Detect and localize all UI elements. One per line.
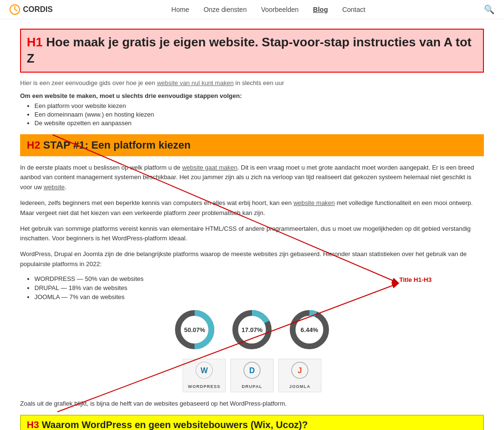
h3-heading: H3 Waarom WordPress en geen websitebouwe… (27, 419, 477, 430)
link-website[interactable]: website (44, 183, 65, 191)
intro-link[interactable]: website van nul kunt maken (157, 79, 233, 86)
body-para-3: Het gebruik van sommige platforms vereis… (20, 224, 484, 244)
bold-intro: Om een website te maken, moet u slechts … (20, 92, 484, 99)
donut-wp: 50.07% (173, 308, 216, 351)
svg-text:J: J (298, 366, 302, 375)
h1-text: Hoe maak je gratis je eigen website. Sta… (27, 35, 471, 65)
list-item: Een platform voor website kiezen (34, 102, 484, 109)
h3-block: H3 Waarom WordPress en geen websitebouwe… (20, 415, 484, 430)
list-item: Een domeinnaam (www.) en hosting kiezen (34, 111, 484, 118)
body-para-4: WordPress, Drupal en Joomla zijn de drie… (20, 249, 484, 269)
link-website-gaat-maken[interactable]: website gaat maken (182, 164, 238, 171)
logo-box-drupal: D DRUPAL (230, 359, 274, 392)
search-button[interactable]: 🔍 (484, 4, 494, 15)
nav-home[interactable]: Home (171, 6, 189, 13)
wordpress-logo-label: WORDPRESS (188, 384, 220, 389)
stats-item-joomla: JOOMLA — 7% van de websites (34, 293, 484, 301)
nav-blog[interactable]: Blog (313, 6, 328, 13)
stats-list: WORDPRESS — 50% van de websites DRUPAL —… (20, 275, 484, 301)
list-item: De website opzetten en aanpassen (34, 119, 484, 127)
nav-voorbeelden[interactable]: Voorbeelden (261, 6, 299, 13)
chart-drupal: 17.07% (230, 308, 274, 351)
h2-heading: H2 STAP #1: Een platform kiezen (27, 139, 477, 151)
stats-item-wp: WORDPRESS — 50% van de websites (34, 275, 484, 282)
steps-list: Een platform voor website kiezen Een dom… (20, 102, 484, 127)
body-para-1: In de eerste plaats moet u beslissen op … (20, 163, 484, 193)
donut-joomla-label: 6.44% (301, 326, 318, 333)
h2-label: H2 (27, 139, 40, 151)
h1-heading: H1 Hoe maak je gratis je eigen website. … (27, 34, 477, 67)
joomla-logo-label: JOOMLA (289, 384, 311, 389)
nav-diensten[interactable]: Onze diensten (204, 6, 247, 13)
logo-text: CORDIS (23, 5, 53, 14)
site-header: CORDIS Home Onze diensten Voorbeelden Bl… (0, 0, 504, 19)
intro-text: Hier is een zeer eenvoudige gids over ho… (20, 79, 484, 86)
h3-label: H3 (27, 419, 39, 430)
chart-wordpress: 50.07% (173, 308, 216, 351)
wordpress-icon: W (196, 362, 213, 382)
nav-contact[interactable]: Contact (342, 6, 365, 13)
charts-row: 50.07% 17.07% (20, 308, 484, 351)
drupal-logo-label: DRUPAL (242, 384, 263, 389)
donut-joomla: 6.44% (288, 308, 331, 351)
h2-block: H2 STAP #1: Een platform kiezen (20, 134, 484, 156)
donut-drupal: 17.07% (230, 308, 274, 351)
svg-text:D: D (249, 366, 255, 375)
logo-box-joomla: J JOOMLA (278, 359, 321, 392)
logo-icon (10, 4, 20, 15)
h1-block: H1 Hoe maak je gratis je eigen website. … (20, 29, 484, 73)
h2-text: STAP #1: Een platform kiezen (40, 139, 191, 151)
logo[interactable]: CORDIS (10, 4, 53, 15)
donut-drupal-label: 17.07% (241, 326, 263, 333)
joomla-icon: J (291, 362, 308, 382)
body-para-2: Iedereen, zelfs beginners met een beperk… (20, 198, 484, 218)
drupal-icon: D (243, 362, 261, 382)
svg-text:W: W (200, 366, 208, 375)
main-content: H1 Hoe maak je gratis je eigen website. … (11, 19, 493, 430)
main-nav: Home Onze diensten Voorbeelden Blog Cont… (171, 6, 365, 13)
stats-item-drupal: DRUPAL — 18% van de websites (34, 284, 484, 291)
h1-label: H1 (27, 35, 43, 49)
chart-joomla: 6.44% (288, 308, 331, 351)
logo-box-wordpress: W WORDPRESS (183, 359, 226, 392)
logos-row: W WORDPRESS D DRUPAL J (20, 359, 484, 392)
footer-para: Zoals uit de grafiek blijkt, is bijna de… (20, 399, 484, 409)
page-wrapper: CORDIS Home Onze diensten Voorbeelden Bl… (0, 0, 504, 430)
donut-wp-label: 50.07% (184, 326, 205, 333)
link-website-maken[interactable]: website maken (294, 199, 335, 206)
h3-text: Waarom WordPress en geen websitebouwers … (39, 419, 308, 430)
